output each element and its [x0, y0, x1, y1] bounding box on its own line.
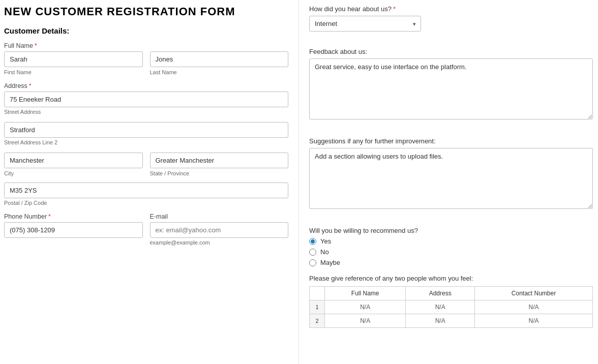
radio-maybe[interactable]: Maybe — [309, 259, 593, 266]
radio-yes-label: Yes — [320, 237, 331, 245]
feedback-textarea[interactable]: Great service, easy to use interface on … — [309, 58, 593, 119]
reference-title: Please give reference of any two people … — [309, 275, 593, 282]
row-num-2: 2 — [310, 314, 325, 328]
postal-sublabel: Postal / Zip Code — [4, 200, 288, 206]
street-address-input[interactable] — [4, 92, 288, 107]
radio-maybe-label: Maybe — [320, 259, 340, 266]
row2-address: N/A — [406, 314, 475, 328]
radio-maybe-input[interactable] — [309, 259, 316, 266]
recommend-label: Will you be willing to recommend us? — [309, 227, 593, 234]
city-input[interactable] — [4, 153, 143, 168]
table-row: 2 N/A N/A N/A — [310, 314, 593, 328]
table-header-contact: Contact Number — [474, 287, 592, 300]
reference-section: Please give reference of any two people … — [309, 275, 593, 328]
radio-yes[interactable]: Yes — [309, 237, 593, 245]
phone-input[interactable] — [4, 222, 143, 238]
last-name-sublabel: Last Name — [150, 69, 289, 75]
full-name-label: Full Name* — [4, 42, 288, 49]
hear-required-indicator: * — [393, 5, 396, 13]
radio-yes-input[interactable] — [309, 238, 316, 245]
email-label: E-mail — [150, 213, 289, 220]
radio-no-label: No — [320, 248, 329, 256]
table-header-address: Address — [406, 287, 475, 300]
radio-no[interactable]: No — [309, 248, 593, 256]
suggestions-label: Suggestions if any for further improveme… — [309, 137, 593, 145]
phone-required-indicator: * — [48, 213, 51, 220]
table-row: 1 N/A N/A N/A — [310, 300, 593, 314]
postal-input[interactable] — [4, 183, 288, 198]
row2-fullname: N/A — [325, 314, 406, 328]
hear-about-select[interactable]: Internet Social Media Friend Advertiseme… — [309, 16, 421, 32]
phone-label: Phone Number* — [4, 213, 143, 220]
email-input[interactable] — [150, 222, 289, 238]
radio-no-input[interactable] — [309, 249, 316, 256]
hear-about-label: How did you hear about us?* — [309, 5, 593, 13]
address-required-indicator: * — [29, 82, 32, 89]
street-address-sublabel: Street Address — [4, 109, 288, 115]
customer-section-title: Customer Details: — [4, 26, 288, 35]
recommend-radio-group: Yes No Maybe — [309, 237, 593, 266]
last-name-input[interactable] — [150, 51, 289, 67]
row-num-1: 1 — [310, 300, 325, 314]
row1-contact: N/A — [474, 300, 592, 314]
page-title: NEW CUSTOMER REGISTRATION FORM — [4, 5, 288, 18]
required-indicator: * — [35, 42, 37, 49]
feedback-label: Feedback about us: — [309, 48, 593, 55]
email-sublabel: example@example.com — [150, 239, 289, 246]
table-header-fullname: Full Name — [325, 287, 406, 300]
row2-contact: N/A — [474, 314, 592, 328]
street-address-line2-sublabel: Street Address Line 2 — [4, 139, 288, 145]
first-name-sublabel: First Name — [4, 69, 143, 75]
state-input[interactable] — [150, 153, 289, 168]
first-name-input[interactable] — [4, 51, 143, 67]
row1-fullname: N/A — [325, 300, 406, 314]
street-address-line2-input[interactable] — [4, 122, 288, 138]
row1-address: N/A — [406, 300, 475, 314]
hear-about-select-wrapper: Internet Social Media Friend Advertiseme… — [309, 16, 421, 32]
address-label: Address* — [4, 82, 288, 89]
city-sublabel: City — [4, 170, 143, 176]
table-header-num — [310, 287, 325, 300]
reference-table: Full Name Address Contact Number 1 N/A N… — [309, 286, 593, 328]
suggestions-textarea[interactable]: Add a section allowing users to upload f… — [309, 148, 593, 209]
state-sublabel: State / Province — [150, 170, 289, 176]
